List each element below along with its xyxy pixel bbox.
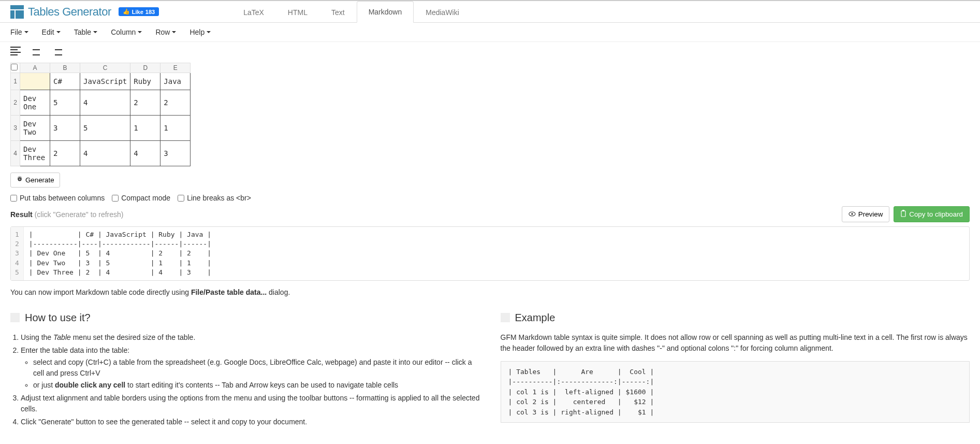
- svg-rect-2: [16, 10, 24, 19]
- table-cell[interactable]: 2: [130, 90, 160, 116]
- gear-icon: [16, 176, 23, 184]
- thumbs-up-icon: 👍: [123, 8, 130, 15]
- table-cell[interactable]: 3: [50, 116, 80, 141]
- option-tabs[interactable]: Put tabs between columns: [10, 194, 105, 202]
- align-left-button[interactable]: [10, 46, 21, 55]
- table-cell[interactable]: JavaScript: [80, 73, 130, 90]
- section-square-icon: [501, 313, 510, 322]
- caret-down-icon: [172, 31, 176, 33]
- top-bar: Tables Generator 👍 Like 183 LaTeXHTMLTex…: [0, 0, 980, 23]
- col-header[interactable]: C: [80, 63, 130, 73]
- table-cell[interactable]: 4: [80, 90, 130, 116]
- table-cell[interactable]: Java: [160, 73, 191, 90]
- select-all-corner[interactable]: [11, 63, 20, 73]
- svg-rect-5: [901, 211, 905, 217]
- table-cell[interactable]: 1: [130, 116, 160, 141]
- logo-icon: [10, 5, 24, 19]
- table-cell[interactable]: [20, 73, 50, 90]
- howto-title: How to use it?: [25, 312, 91, 324]
- eye-icon: [849, 210, 856, 218]
- row-header[interactable]: 3: [11, 116, 20, 141]
- menu-help[interactable]: Help: [189, 28, 211, 36]
- col-header[interactable]: A: [20, 63, 50, 73]
- svg-rect-0: [10, 5, 24, 9]
- preview-button[interactable]: Preview: [842, 206, 889, 222]
- howto-item: Adjust text alignment and table borders …: [21, 393, 480, 414]
- clipboard-icon: [900, 210, 906, 219]
- tab-mediawiki[interactable]: MediaWiki: [414, 2, 471, 23]
- svg-rect-1: [10, 10, 14, 19]
- table-cell[interactable]: Ruby: [130, 73, 160, 90]
- table-cell[interactable]: Dev Two: [20, 116, 50, 141]
- compact-checkbox[interactable]: [112, 195, 119, 202]
- example-desc: GFM Markdown table syntax is quite simpl…: [501, 332, 970, 354]
- menu-bar: FileEditTableColumnRowHelp: [0, 23, 980, 42]
- table-cell[interactable]: C#: [50, 73, 80, 90]
- table-cell[interactable]: 2: [50, 141, 80, 166]
- menu-file[interactable]: File: [10, 28, 28, 36]
- tab-html[interactable]: HTML: [276, 2, 319, 23]
- row-header[interactable]: 2: [11, 90, 20, 116]
- table-cell[interactable]: 3: [160, 141, 191, 166]
- result-code[interactable]: 12345 | | C# | JavaScript | Ruby | Java …: [10, 226, 970, 281]
- col-header[interactable]: E: [160, 63, 191, 73]
- svg-point-4: [851, 213, 853, 215]
- table-editor: ABCDE1C#JavaScriptRubyJava2Dev One54223D…: [10, 63, 970, 166]
- align-right-button[interactable]: [52, 46, 62, 55]
- result-label: Result: [10, 210, 33, 219]
- example-code[interactable]: | Tables | Are | Cool | |----------|:---…: [501, 361, 970, 423]
- code-gutter: 12345: [11, 227, 24, 280]
- option-br[interactable]: Line breaks as <br>: [178, 194, 251, 202]
- tab-latex[interactable]: LaTeX: [231, 2, 276, 23]
- row-header[interactable]: 4: [11, 141, 20, 166]
- howto-subitem: select and copy (Ctrl+C) a table from th…: [33, 357, 480, 379]
- table-cell[interactable]: Dev Three: [20, 141, 50, 166]
- result-hint: (click "Generate" to refresh): [35, 210, 124, 219]
- menu-table[interactable]: Table: [74, 28, 97, 36]
- menu-edit[interactable]: Edit: [42, 28, 61, 36]
- row-header[interactable]: 1: [11, 73, 20, 90]
- col-header[interactable]: D: [130, 63, 160, 73]
- col-header[interactable]: B: [50, 63, 80, 73]
- svg-rect-6: [902, 210, 904, 211]
- caret-down-icon: [24, 31, 28, 33]
- howto-list: Using the Table menu set the desired siz…: [10, 332, 480, 427]
- howto-item: Click "Generate" button to see the gener…: [21, 417, 480, 427]
- align-toolbar: [0, 42, 980, 60]
- tab-markdown[interactable]: Markdown: [357, 1, 414, 23]
- table-cell[interactable]: 4: [80, 141, 130, 166]
- table-cell[interactable]: 5: [50, 90, 80, 116]
- table-cell[interactable]: 1: [160, 116, 191, 141]
- align-center-button[interactable]: [31, 46, 41, 55]
- tab-text[interactable]: Text: [319, 2, 357, 23]
- caret-down-icon: [138, 31, 142, 33]
- code-body[interactable]: | | C# | JavaScript | Ruby | Java | |---…: [24, 227, 969, 280]
- menu-row[interactable]: Row: [155, 28, 176, 36]
- br-checkbox[interactable]: [178, 195, 184, 202]
- section-square-icon: [10, 313, 20, 322]
- facebook-like-button[interactable]: 👍 Like 183: [119, 7, 159, 16]
- table-cell[interactable]: 2: [160, 90, 191, 116]
- caret-down-icon: [207, 31, 211, 33]
- howto-item: Enter the table data into the table: sel…: [21, 345, 480, 391]
- generate-button[interactable]: Generate: [10, 173, 60, 188]
- table-cell[interactable]: 4: [130, 141, 160, 166]
- menu-column[interactable]: Column: [111, 28, 142, 36]
- caret-down-icon: [93, 31, 97, 33]
- example-section: Example GFM Markdown table syntax is qui…: [501, 312, 970, 429]
- howto-section: How to use it? Using the Table menu set …: [10, 312, 480, 429]
- option-compact[interactable]: Compact mode: [112, 194, 170, 202]
- import-note: You can now import Markdown table code d…: [10, 288, 970, 296]
- table-cell[interactable]: Dev One: [20, 90, 50, 116]
- table-cell[interactable]: 5: [80, 116, 130, 141]
- caret-down-icon: [56, 31, 61, 33]
- copy-button[interactable]: Copy to clipboard: [894, 206, 970, 222]
- result-header: Result (click "Generate" to refresh) Pre…: [10, 206, 970, 222]
- tabs-checkbox[interactable]: [10, 195, 17, 202]
- howto-item: Using the Table menu set the desired siz…: [21, 332, 480, 343]
- example-title: Example: [515, 312, 555, 324]
- app-title: Tables Generator: [28, 5, 111, 19]
- options-row: Put tabs between columns Compact mode Li…: [10, 194, 970, 202]
- howto-subitem: or just double click any cell to start e…: [33, 380, 480, 391]
- logo[interactable]: Tables Generator: [10, 5, 111, 19]
